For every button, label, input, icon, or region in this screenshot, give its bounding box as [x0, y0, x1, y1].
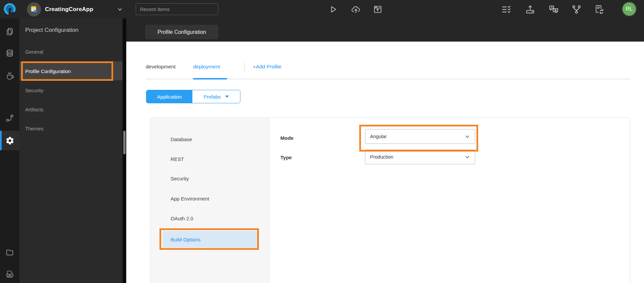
mode-select-chevron-icon: [465, 134, 470, 139]
checklist-icon[interactable]: [501, 0, 512, 18]
user-initials: RL: [626, 6, 633, 12]
project-chevron-down-icon[interactable]: [116, 0, 124, 18]
translate-chat-icon[interactable]: A: [548, 0, 560, 18]
sidebar-title: Project Configuration: [25, 18, 79, 42]
changelog-sync-icon[interactable]: [593, 0, 605, 18]
java-services-icon[interactable]: [0, 66, 19, 86]
profile-settings-card: Database REST Security App Environment O…: [150, 117, 630, 283]
settings-nav-rest[interactable]: REST: [150, 153, 270, 165]
prefabs-caret-down-icon: [225, 96, 229, 98]
scope-toggle: Application Prefabs: [146, 90, 240, 103]
tab-separator: [244, 63, 244, 72]
wavemaker-logo-icon[interactable]: [3, 3, 16, 15]
publish-window-icon[interactable]: [372, 0, 383, 18]
add-profile-button[interactable]: +Add Profile: [253, 62, 281, 72]
sidebar-item-security[interactable]: Security: [19, 80, 123, 100]
settings-nav-database[interactable]: Database: [150, 133, 270, 145]
tab-profile-configuration[interactable]: Profile Configuration: [145, 25, 218, 39]
database-icon[interactable]: [0, 44, 19, 63]
cloud-deploy-icon[interactable]: [350, 0, 362, 18]
sidebar-scrollbar-thumb[interactable]: [123, 131, 126, 154]
toggle-application-button[interactable]: Application: [146, 90, 192, 103]
file-explorer-icon[interactable]: [0, 243, 19, 262]
run-preview-icon[interactable]: [328, 0, 338, 18]
settings-icon[interactable]: [0, 131, 19, 150]
mode-select-value: Angular: [370, 134, 465, 139]
profile-tab-deployment[interactable]: deployment: [193, 62, 220, 72]
recent-items-input[interactable]: [136, 3, 218, 15]
type-label: Type: [280, 154, 292, 161]
toggle-prefabs-button[interactable]: Prefabs: [192, 90, 240, 103]
type-select-chevron-icon: [465, 154, 470, 160]
apis-flow-icon[interactable]: [0, 108, 19, 128]
settings-nav-build-options[interactable]: Build Options: [163, 231, 257, 248]
vcs-branch-icon[interactable]: [571, 0, 582, 18]
settings-nav-app-environment[interactable]: App Environment: [150, 192, 270, 205]
profile-tab-development[interactable]: development: [146, 62, 176, 72]
project-config-sidebar: Project Configuration General Profile Co…: [19, 18, 123, 283]
topbar: CreatingCoreApp: [0, 0, 644, 18]
sidebar-item-general[interactable]: General: [19, 42, 123, 61]
prefabs-label: Prefabs: [203, 94, 221, 100]
sidebar-item-themes[interactable]: Themes: [19, 119, 123, 138]
type-select-value: Production: [370, 154, 465, 160]
sidebar-item-profile-configuration[interactable]: Profile Configuration: [19, 61, 123, 80]
svg-text:LOG: LOG: [8, 274, 11, 276]
export-icon[interactable]: [524, 0, 536, 18]
active-tab-underline: [193, 78, 227, 79]
mode-label: Mode: [280, 134, 293, 141]
left-icon-rail: LOG: [0, 18, 19, 283]
user-avatar[interactable]: RL: [623, 2, 636, 16]
project-name[interactable]: CreatingCoreApp: [45, 0, 93, 18]
pages-icon[interactable]: [0, 22, 19, 42]
settings-nav-panel: Database REST Security App Environment O…: [150, 118, 270, 283]
mode-select[interactable]: Angular: [365, 129, 475, 144]
sidebar-item-artifacts[interactable]: Artifacts: [19, 100, 123, 119]
project-avatar-icon[interactable]: [27, 2, 41, 16]
settings-nav-oauth[interactable]: OAuth 2.0: [150, 212, 270, 224]
type-select[interactable]: Production: [365, 150, 475, 164]
settings-nav-security[interactable]: Security: [150, 172, 270, 184]
svg-text:A: A: [551, 6, 553, 9]
app-window: CreatingCoreApp: [0, 0, 644, 283]
logs-icon[interactable]: LOG: [0, 265, 19, 283]
editor-tabstrip: Profile Configuration: [126, 18, 644, 42]
